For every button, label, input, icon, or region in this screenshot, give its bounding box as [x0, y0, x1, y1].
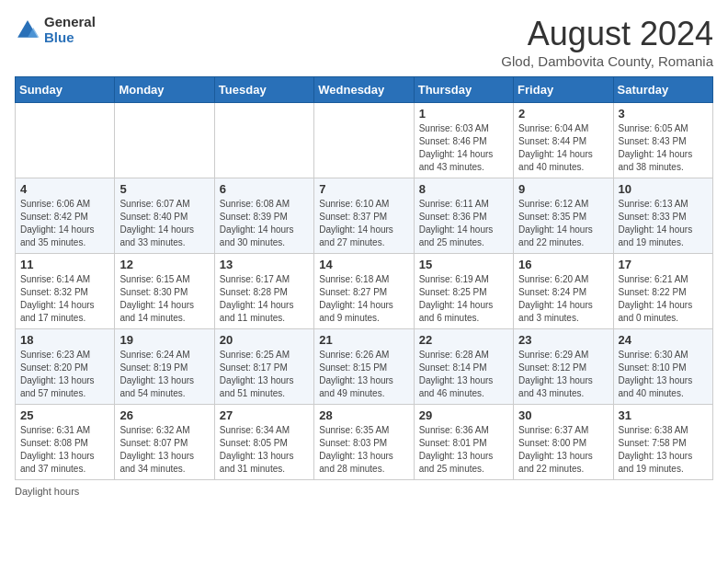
- calendar-cell: 14Sunrise: 6:18 AM Sunset: 8:27 PM Dayli…: [314, 254, 414, 329]
- calendar-cell: 11Sunrise: 6:14 AM Sunset: 8:32 PM Dayli…: [16, 254, 115, 329]
- footer-note: Daylight hours: [15, 486, 713, 497]
- day-detail: Sunrise: 6:35 AM Sunset: 8:03 PM Dayligh…: [319, 424, 408, 476]
- day-detail: Sunrise: 6:10 AM Sunset: 8:37 PM Dayligh…: [319, 198, 408, 249]
- main-title: August 2024: [501, 15, 713, 53]
- day-detail: Sunrise: 6:18 AM Sunset: 8:27 PM Dayligh…: [319, 273, 408, 325]
- day-number: 28: [319, 408, 408, 422]
- calendar-cell: [214, 103, 313, 178]
- calendar-cell: [16, 103, 115, 178]
- day-number: 1: [419, 107, 508, 121]
- day-detail: Sunrise: 6:17 AM Sunset: 8:28 PM Dayligh…: [220, 273, 309, 325]
- day-detail: Sunrise: 6:07 AM Sunset: 8:40 PM Dayligh…: [119, 198, 209, 249]
- day-number: 20: [220, 333, 309, 347]
- day-detail: Sunrise: 6:21 AM Sunset: 8:22 PM Dayligh…: [619, 273, 708, 325]
- col-header-saturday: Saturday: [613, 77, 712, 103]
- calendar-header-row: SundayMondayTuesdayWednesdayThursdayFrid…: [16, 77, 713, 103]
- day-number: 16: [518, 258, 608, 271]
- day-number: 14: [319, 258, 408, 271]
- day-detail: Sunrise: 6:26 AM Sunset: 8:15 PM Dayligh…: [319, 349, 408, 400]
- day-detail: Sunrise: 6:37 AM Sunset: 8:00 PM Dayligh…: [518, 424, 608, 476]
- day-detail: Sunrise: 6:04 AM Sunset: 8:44 PM Dayligh…: [518, 122, 608, 174]
- day-detail: Sunrise: 6:20 AM Sunset: 8:24 PM Dayligh…: [518, 273, 608, 325]
- calendar-cell: 3Sunrise: 6:05 AM Sunset: 8:43 PM Daylig…: [613, 103, 712, 178]
- day-number: 12: [119, 258, 209, 271]
- calendar-cell: 1Sunrise: 6:03 AM Sunset: 8:46 PM Daylig…: [414, 103, 513, 178]
- calendar-cell: 2Sunrise: 6:04 AM Sunset: 8:44 PM Daylig…: [514, 103, 613, 178]
- col-header-sunday: Sunday: [16, 77, 115, 103]
- calendar-cell: 31Sunrise: 6:38 AM Sunset: 7:58 PM Dayli…: [613, 405, 712, 480]
- day-number: 15: [419, 258, 508, 271]
- day-number: 21: [319, 333, 408, 347]
- day-number: 26: [119, 408, 209, 422]
- col-header-tuesday: Tuesday: [214, 77, 313, 103]
- day-detail: Sunrise: 6:14 AM Sunset: 8:32 PM Dayligh…: [20, 273, 109, 325]
- day-number: 10: [619, 182, 708, 196]
- day-detail: Sunrise: 6:23 AM Sunset: 8:20 PM Dayligh…: [20, 349, 109, 400]
- calendar-cell: 7Sunrise: 6:10 AM Sunset: 8:37 PM Daylig…: [314, 178, 414, 254]
- calendar-cell: 13Sunrise: 6:17 AM Sunset: 8:28 PM Dayli…: [214, 254, 313, 329]
- calendar-week-row: 4Sunrise: 6:06 AM Sunset: 8:42 PM Daylig…: [16, 178, 713, 254]
- day-detail: Sunrise: 6:38 AM Sunset: 7:58 PM Dayligh…: [619, 424, 708, 476]
- day-number: 17: [619, 258, 708, 271]
- calendar-cell: 27Sunrise: 6:34 AM Sunset: 8:05 PM Dayli…: [214, 405, 313, 480]
- logo-text: General Blue: [44, 15, 96, 45]
- calendar-cell: 6Sunrise: 6:08 AM Sunset: 8:39 PM Daylig…: [214, 178, 313, 254]
- calendar-cell: 19Sunrise: 6:24 AM Sunset: 8:19 PM Dayli…: [115, 329, 214, 405]
- col-header-thursday: Thursday: [414, 77, 513, 103]
- day-number: 31: [619, 408, 708, 422]
- day-number: 27: [220, 408, 309, 422]
- calendar-cell: 17Sunrise: 6:21 AM Sunset: 8:22 PM Dayli…: [613, 254, 712, 329]
- col-header-wednesday: Wednesday: [314, 77, 414, 103]
- day-detail: Sunrise: 6:34 AM Sunset: 8:05 PM Dayligh…: [220, 424, 309, 476]
- calendar-cell: [115, 103, 214, 178]
- logo-blue-text: Blue: [44, 30, 96, 46]
- day-number: 9: [518, 182, 608, 196]
- day-detail: Sunrise: 6:24 AM Sunset: 8:19 PM Dayligh…: [119, 349, 209, 400]
- day-detail: Sunrise: 6:28 AM Sunset: 8:14 PM Dayligh…: [419, 349, 508, 400]
- day-detail: Sunrise: 6:11 AM Sunset: 8:36 PM Dayligh…: [419, 198, 508, 249]
- calendar-cell: 28Sunrise: 6:35 AM Sunset: 8:03 PM Dayli…: [314, 405, 414, 480]
- calendar-cell: 29Sunrise: 6:36 AM Sunset: 8:01 PM Dayli…: [414, 405, 513, 480]
- day-detail: Sunrise: 6:06 AM Sunset: 8:42 PM Dayligh…: [20, 198, 109, 249]
- calendar-cell: 21Sunrise: 6:26 AM Sunset: 8:15 PM Dayli…: [314, 329, 414, 405]
- calendar-week-row: 25Sunrise: 6:31 AM Sunset: 8:08 PM Dayli…: [16, 405, 713, 480]
- day-number: 11: [20, 258, 109, 271]
- day-detail: Sunrise: 6:29 AM Sunset: 8:12 PM Dayligh…: [518, 349, 608, 400]
- day-number: 22: [419, 333, 508, 347]
- day-number: 3: [619, 107, 708, 121]
- day-number: 24: [619, 333, 708, 347]
- day-number: 4: [20, 182, 109, 196]
- day-detail: Sunrise: 6:25 AM Sunset: 8:17 PM Dayligh…: [220, 349, 309, 400]
- day-detail: Sunrise: 6:32 AM Sunset: 8:07 PM Dayligh…: [119, 424, 209, 476]
- day-detail: Sunrise: 6:12 AM Sunset: 8:35 PM Dayligh…: [518, 198, 608, 249]
- day-number: 2: [518, 107, 608, 121]
- calendar-cell: 10Sunrise: 6:13 AM Sunset: 8:33 PM Dayli…: [613, 178, 712, 254]
- header: General Blue August 2024 Glod, Dambovita…: [15, 15, 713, 69]
- col-header-friday: Friday: [514, 77, 613, 103]
- calendar-cell: 16Sunrise: 6:20 AM Sunset: 8:24 PM Dayli…: [514, 254, 613, 329]
- col-header-monday: Monday: [115, 77, 214, 103]
- daylight-hours-label: Daylight hours: [15, 486, 79, 497]
- day-number: 13: [220, 258, 309, 271]
- calendar-cell: 4Sunrise: 6:06 AM Sunset: 8:42 PM Daylig…: [16, 178, 115, 254]
- calendar-cell: 12Sunrise: 6:15 AM Sunset: 8:30 PM Dayli…: [115, 254, 214, 329]
- day-detail: Sunrise: 6:19 AM Sunset: 8:25 PM Dayligh…: [419, 273, 508, 325]
- calendar-cell: 22Sunrise: 6:28 AM Sunset: 8:14 PM Dayli…: [414, 329, 513, 405]
- calendar-cell: 26Sunrise: 6:32 AM Sunset: 8:07 PM Dayli…: [115, 405, 214, 480]
- day-number: 23: [518, 333, 608, 347]
- calendar-week-row: 11Sunrise: 6:14 AM Sunset: 8:32 PM Dayli…: [16, 254, 713, 329]
- day-number: 8: [419, 182, 508, 196]
- day-detail: Sunrise: 6:15 AM Sunset: 8:30 PM Dayligh…: [119, 273, 209, 325]
- day-detail: Sunrise: 6:30 AM Sunset: 8:10 PM Dayligh…: [619, 349, 708, 400]
- calendar-cell: 5Sunrise: 6:07 AM Sunset: 8:40 PM Daylig…: [115, 178, 214, 254]
- logo: General Blue: [15, 15, 96, 45]
- day-detail: Sunrise: 6:13 AM Sunset: 8:33 PM Dayligh…: [619, 198, 708, 249]
- day-number: 18: [20, 333, 109, 347]
- day-number: 30: [518, 408, 608, 422]
- day-detail: Sunrise: 6:08 AM Sunset: 8:39 PM Dayligh…: [220, 198, 309, 249]
- day-number: 7: [319, 182, 408, 196]
- day-number: 6: [220, 182, 309, 196]
- day-detail: Sunrise: 6:05 AM Sunset: 8:43 PM Dayligh…: [619, 122, 708, 174]
- logo-general-text: General: [44, 15, 96, 30]
- calendar-cell: [314, 103, 414, 178]
